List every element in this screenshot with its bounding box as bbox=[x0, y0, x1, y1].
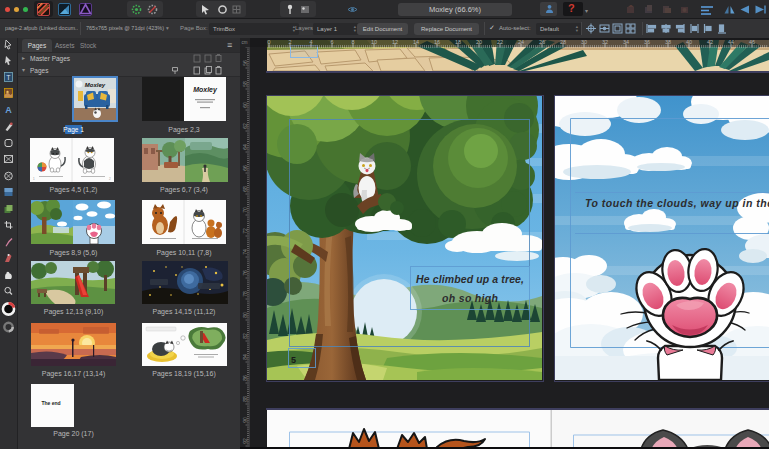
svg-text:78: 78 bbox=[242, 291, 248, 297]
svg-text:70: 70 bbox=[242, 207, 248, 213]
svg-text:Moxley: Moxley bbox=[85, 82, 106, 88]
svg-text:76: 76 bbox=[242, 270, 248, 276]
svg-text:66: 66 bbox=[242, 165, 248, 171]
svg-text:74: 74 bbox=[242, 249, 248, 255]
svg-text:88: 88 bbox=[242, 396, 248, 402]
svg-text:Moxley: Moxley bbox=[193, 86, 218, 94]
svg-text:86: 86 bbox=[242, 375, 248, 381]
svg-text:T: T bbox=[6, 74, 11, 81]
svg-text:90: 90 bbox=[242, 417, 248, 423]
svg-text:The end: The end bbox=[41, 400, 60, 406]
svg-text:84: 84 bbox=[242, 354, 248, 360]
svg-text:62: 62 bbox=[242, 123, 248, 129]
svg-text:72: 72 bbox=[242, 228, 248, 234]
svg-text:58: 58 bbox=[242, 81, 248, 87]
svg-text:80: 80 bbox=[242, 312, 248, 318]
svg-text:92: 92 bbox=[242, 438, 248, 444]
svg-text:68: 68 bbox=[242, 186, 248, 192]
svg-text:82: 82 bbox=[242, 333, 248, 339]
svg-text:56: 56 bbox=[242, 60, 248, 66]
svg-text:64: 64 bbox=[242, 144, 248, 150]
svg-text:A: A bbox=[5, 105, 12, 115]
svg-text:60: 60 bbox=[242, 102, 248, 108]
